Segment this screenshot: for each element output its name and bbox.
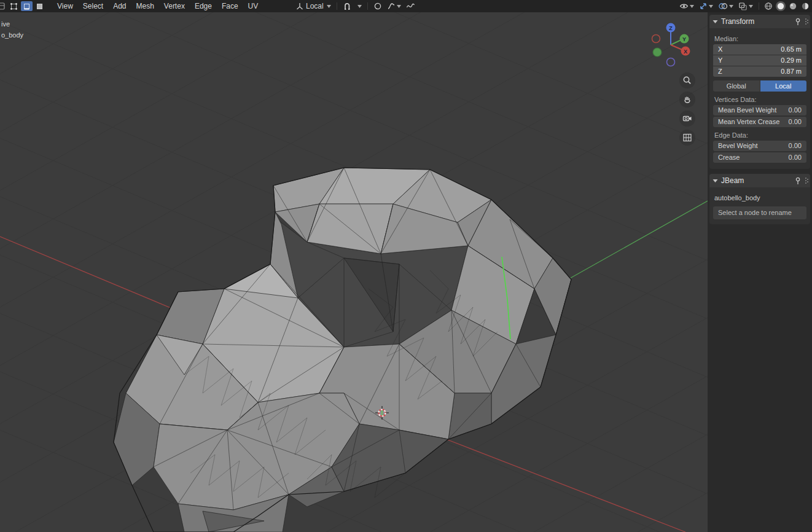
car-mesh[interactable] — [114, 168, 571, 532]
editor-type-icon[interactable] — [0, 1, 6, 11]
menu-edge[interactable]: Edge — [190, 0, 217, 12]
local-space-button[interactable]: Local — [760, 80, 807, 92]
axis-y-line — [570, 201, 708, 278]
view-name-text: ive — [1, 18, 23, 29]
gizmo-z-label: Z — [669, 25, 673, 31]
xray-toggle[interactable] — [736, 1, 755, 12]
chevron-down-icon — [397, 5, 401, 8]
field-label: Mean Vertex Crease — [718, 118, 779, 125]
camera-icon — [682, 114, 692, 123]
drag-grip-icon[interactable] — [805, 18, 808, 25]
xray-icon — [738, 2, 748, 10]
median-label: Median: — [714, 35, 805, 42]
field-value: 0.00 — [789, 142, 802, 149]
field-label: Mean Bevel Weight — [718, 106, 776, 114]
wireframe-sphere-icon — [763, 1, 773, 11]
bevel-weight-field[interactable]: Bevel Weight 0.00 — [713, 141, 806, 151]
gizmo-axis-neg-z-ball[interactable] — [667, 58, 675, 66]
vertex-select-mode-button[interactable] — [8, 1, 20, 11]
viewport-header: View Select Add Mesh Vertex Edge Face UV… — [0, 0, 812, 12]
field-label: Bevel Weight — [718, 142, 758, 149]
gizmo-y-label: Y — [682, 36, 686, 42]
axis-label: X — [718, 45, 722, 53]
menu-view[interactable]: View — [52, 0, 78, 12]
visibility-dropdown[interactable] — [677, 1, 696, 12]
camera-view-button[interactable] — [679, 111, 695, 127]
edge-select-mode-button[interactable] — [21, 1, 33, 11]
median-z-field[interactable]: Z 0.87 m — [713, 66, 806, 77]
axis-label: Y — [718, 57, 722, 64]
grid-icon — [682, 133, 692, 143]
orientation-icon — [295, 2, 304, 10]
sidebar-n-panel: Transform Median: X 0.65 m Y 0.29 m — [708, 12, 812, 532]
viewport-canvas[interactable] — [0, 12, 708, 532]
gizmo-axis-neg-x-ball[interactable] — [652, 35, 660, 43]
material-sphere-icon — [788, 1, 798, 11]
chevron-down-icon — [709, 5, 713, 8]
chevron-down-icon — [357, 5, 362, 8]
chevron-down-icon — [749, 5, 753, 8]
chevron-down-icon — [712, 20, 718, 24]
menu-bar: View Select Add Mesh Vertex Edge Face UV — [52, 0, 263, 12]
ortho-toggle-button[interactable] — [679, 130, 695, 146]
mean-bevel-weight-field[interactable]: Mean Bevel Weight 0.00 — [713, 105, 806, 115]
viewport-3d[interactable]: ive o_body Z Y X — [0, 12, 708, 532]
axis-value: 0.87 m — [781, 68, 802, 75]
zoom-button[interactable] — [679, 72, 695, 88]
object-name-text: o_body — [1, 29, 23, 41]
field-value: 0.00 — [789, 106, 802, 114]
menu-select[interactable]: Select — [78, 0, 108, 12]
blender-window: View Select Add Mesh Vertex Edge Face UV… — [0, 0, 812, 532]
transform-orientation-dropdown[interactable]: Local — [294, 1, 333, 12]
axis-value: 0.65 m — [781, 45, 802, 53]
proportional-icon — [373, 2, 382, 10]
transform-panel-header[interactable]: Transform — [709, 15, 810, 28]
solid-sphere-icon — [776, 1, 786, 11]
space-toggle: Global Local — [713, 80, 806, 92]
menu-uv[interactable]: UV — [243, 0, 264, 12]
pan-hand-icon — [682, 95, 692, 104]
proportional-connected-toggle[interactable] — [404, 1, 417, 12]
zoom-icon — [682, 76, 692, 85]
shading-wireframe-button[interactable] — [763, 1, 773, 11]
crease-field[interactable]: Crease 0.00 — [713, 152, 806, 163]
snap-toggle[interactable] — [341, 1, 353, 12]
edge-data-label: Edge Data: — [714, 131, 805, 139]
overlays-dropdown[interactable] — [716, 1, 735, 12]
drag-grip-icon[interactable] — [805, 177, 808, 184]
menu-add[interactable]: Add — [108, 0, 131, 12]
menu-vertex[interactable]: Vertex — [159, 0, 190, 12]
field-value: 0.00 — [789, 118, 802, 125]
snap-settings-dropdown[interactable] — [354, 1, 364, 12]
overlays-icon — [718, 2, 728, 10]
mean-vertex-crease-field[interactable]: Mean Vertex Crease 0.00 — [713, 117, 806, 127]
orientation-label: Local — [306, 2, 324, 10]
viewport-overlay-text: ive o_body — [1, 18, 23, 41]
pin-icon[interactable] — [794, 18, 802, 26]
visibility-icon — [679, 2, 689, 10]
global-space-button[interactable]: Global — [713, 80, 760, 92]
navigation-gizmo[interactable]: Z Y X — [644, 18, 698, 72]
connected-only-icon — [406, 2, 415, 10]
menu-face[interactable]: Face — [217, 0, 243, 12]
face-select-mode-button[interactable] — [34, 1, 45, 11]
jbeam-panel-header[interactable]: JBeam — [709, 174, 810, 187]
shading-material-button[interactable] — [788, 1, 798, 11]
shading-solid-button[interactable] — [776, 1, 786, 11]
shading-rendered-button[interactable] — [800, 1, 810, 11]
node-rename-input[interactable] — [713, 206, 806, 219]
falloff-icon — [387, 2, 396, 10]
proportional-falloff-dropdown[interactable] — [385, 1, 403, 12]
gizmos-dropdown[interactable] — [697, 1, 715, 12]
menu-mesh[interactable]: Mesh — [131, 0, 159, 12]
gizmo-axis-neg-y-ball[interactable] — [653, 48, 662, 57]
pin-icon[interactable] — [794, 177, 802, 185]
axis-value: 0.29 m — [781, 57, 802, 64]
header-left-group: View Select Add Mesh Vertex Edge Face UV — [0, 0, 263, 12]
pan-button[interactable] — [679, 92, 695, 108]
jbeam-panel: JBeam autobello_body — [709, 174, 810, 224]
panel-title: Transform — [721, 17, 791, 26]
median-x-field[interactable]: X 0.65 m — [713, 44, 806, 55]
median-y-field[interactable]: Y 0.29 m — [713, 55, 806, 66]
proportional-editing-toggle[interactable] — [372, 1, 384, 12]
